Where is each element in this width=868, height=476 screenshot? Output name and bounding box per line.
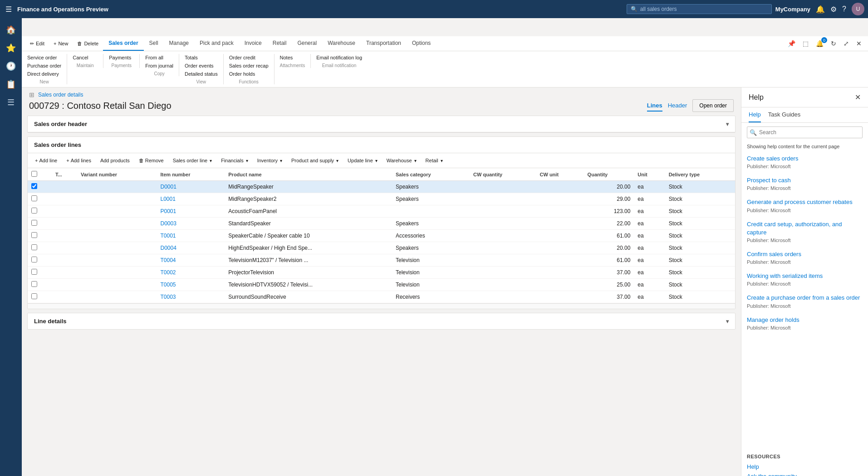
row-checkbox[interactable]	[31, 195, 37, 201]
help-item-title[interactable]: Create a purchase order from a sales ord…	[747, 294, 863, 302]
row-item-cell[interactable]: D0001	[157, 181, 225, 193]
tab-transportation[interactable]: Transportation	[361, 36, 407, 51]
order-holds-link[interactable]: Order holds	[229, 70, 269, 78]
expand-icon[interactable]: ⬚	[800, 38, 811, 49]
help-close-button[interactable]: ✕	[855, 93, 861, 102]
horizontal-scrollbar[interactable]	[28, 303, 735, 309]
help-item-title[interactable]: Credit card setup, authorization, and ca…	[747, 220, 863, 237]
sidebar-item-recent[interactable]: 🕐	[3, 58, 19, 74]
row-item-cell[interactable]: T0003	[157, 291, 225, 303]
inventory-dropdown[interactable]: Inventory	[254, 156, 286, 165]
filter-icon[interactable]: ⊞	[29, 91, 34, 98]
row-check-cell[interactable]	[28, 205, 52, 218]
global-search-input[interactable]	[640, 6, 758, 12]
email-notification-log-link[interactable]: Email notification log	[316, 54, 362, 61]
col-item[interactable]: Item number	[157, 168, 225, 181]
global-search[interactable]: 🔍	[627, 4, 772, 14]
help-tab-help[interactable]: Help	[749, 107, 761, 122]
add-products-button[interactable]: Add products	[97, 156, 133, 165]
row-item-cell[interactable]: T0004	[157, 254, 225, 267]
table-row[interactable]: P0001 AcousticFoamPanel 123.00 ea Stock	[28, 205, 735, 218]
notes-link[interactable]: Notes	[280, 54, 293, 61]
resource-help-link[interactable]: Help	[747, 462, 863, 471]
notification-badge-icon[interactable]: 🔔0	[813, 38, 826, 49]
row-item-cell[interactable]: T0005	[157, 279, 225, 291]
edit-button[interactable]: ✏ Edit	[25, 37, 49, 50]
table-row[interactable]: D0003 StandardSpeaker Speakers 22.00 ea …	[28, 218, 735, 230]
table-row[interactable]: T0003 SurroundSoundReceive Receivers 37.…	[28, 291, 735, 303]
settings-icon[interactable]: ⚙	[830, 5, 837, 14]
row-item-cell[interactable]: T0002	[157, 267, 225, 279]
row-check-cell[interactable]	[28, 279, 52, 291]
purchase-order-link[interactable]: Purchase order	[27, 62, 61, 69]
help-icon[interactable]: ?	[842, 5, 846, 13]
row-checkbox[interactable]	[31, 293, 37, 299]
row-check-cell[interactable]	[28, 291, 52, 303]
tab-sales-order[interactable]: Sales order	[103, 36, 143, 51]
help-item-title[interactable]: Confirm sales orders	[747, 250, 863, 258]
col-variant[interactable]: Variant number	[77, 168, 157, 181]
select-all-checkbox[interactable]	[31, 171, 37, 177]
row-checkbox[interactable]	[31, 232, 37, 238]
row-item-cell[interactable]: P0001	[157, 205, 225, 218]
financials-dropdown[interactable]: Financials	[217, 156, 252, 165]
from-journal-link[interactable]: From journal	[145, 62, 173, 69]
avatar[interactable]: U	[852, 3, 864, 15]
cancel-link[interactable]: Cancel	[73, 54, 88, 61]
help-item-title[interactable]: Generate and process customer rebates	[747, 198, 863, 206]
sidebar-item-favorites[interactable]: ⭐	[3, 40, 19, 56]
row-checkbox[interactable]	[31, 244, 37, 250]
service-order-link[interactable]: Service order	[27, 54, 61, 61]
update-line-dropdown[interactable]: Update line	[344, 156, 381, 165]
row-item-cell[interactable]: L0001	[157, 193, 225, 205]
sales-order-recap-link[interactable]: Sales order recap	[229, 62, 269, 69]
row-checkbox[interactable]	[31, 183, 37, 189]
sidebar-item-modules[interactable]: ☰	[3, 94, 19, 111]
retail-dropdown[interactable]: Retail	[422, 156, 446, 165]
pin-icon[interactable]: 📌	[785, 38, 798, 49]
table-row[interactable]: D0001 MidRangeSpeaker Speakers 20.00 ea …	[28, 181, 735, 193]
tab-sell[interactable]: Sell	[144, 36, 164, 51]
table-row[interactable]: T0001 SpeakerCable / Speaker cable 10 Ac…	[28, 230, 735, 242]
line-details-toggle[interactable]: Line details ▾	[28, 313, 735, 329]
tab-warehouse[interactable]: Warehouse	[322, 36, 361, 51]
help-item-title[interactable]: Working with serialized items	[747, 272, 863, 280]
row-checkbox[interactable]	[31, 281, 37, 287]
row-item-cell[interactable]: T0001	[157, 230, 225, 242]
tab-retail[interactable]: Retail	[267, 36, 292, 51]
tab-general[interactable]: General	[292, 36, 322, 51]
help-item-title[interactable]: Create sales orders	[747, 155, 863, 163]
col-category[interactable]: Sales category	[392, 168, 470, 181]
refresh-icon[interactable]: ↻	[828, 38, 839, 49]
tab-pick-and-pack[interactable]: Pick and pack	[194, 36, 239, 51]
row-check-cell[interactable]	[28, 230, 52, 242]
warehouse-dropdown[interactable]: Warehouse	[383, 156, 420, 165]
row-check-cell[interactable]	[28, 242, 52, 254]
hamburger-menu[interactable]: ☰	[4, 3, 14, 15]
row-check-cell[interactable]	[28, 254, 52, 267]
totals-link[interactable]: Totals	[185, 54, 218, 61]
help-search-input[interactable]	[747, 126, 863, 138]
order-credit-link[interactable]: Order credit	[229, 54, 269, 61]
tab-invoice[interactable]: Invoice	[239, 36, 267, 51]
direct-delivery-link[interactable]: Direct delivery	[27, 70, 61, 78]
new-button[interactable]: + New	[49, 37, 73, 50]
row-checkbox[interactable]	[31, 220, 37, 226]
col-unit[interactable]: Unit	[634, 168, 665, 181]
col-qty[interactable]: Quantity	[584, 168, 634, 181]
payments-link[interactable]: Payments	[109, 54, 131, 61]
sidebar-item-workspaces[interactable]: 📋	[3, 76, 19, 92]
col-product[interactable]: Product name	[225, 168, 392, 181]
sales-order-lines-toggle[interactable]: Sales order lines	[28, 137, 735, 153]
tab-manage[interactable]: Manage	[164, 36, 194, 51]
col-delivery[interactable]: Delivery type	[665, 168, 735, 181]
help-tab-task-guides[interactable]: Task Guides	[768, 107, 801, 122]
col-t[interactable]: T...	[52, 168, 77, 181]
tab-options[interactable]: Options	[407, 36, 436, 51]
close-ribbon-icon[interactable]: ✕	[853, 38, 864, 49]
remove-button[interactable]: 🗑 Remove	[135, 156, 167, 165]
sales-order-line-dropdown[interactable]: Sales order line	[169, 156, 216, 165]
row-check-cell[interactable]	[28, 218, 52, 230]
row-checkbox[interactable]	[31, 208, 37, 214]
breadcrumb[interactable]: Sales order details	[38, 92, 83, 98]
